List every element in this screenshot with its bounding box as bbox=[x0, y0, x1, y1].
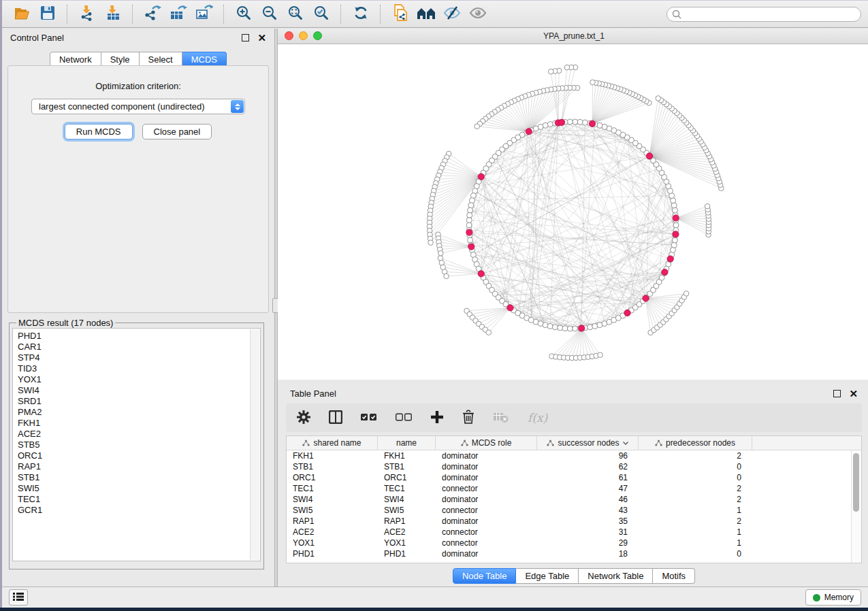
open-file-button[interactable] bbox=[9, 3, 35, 25]
network-node[interactable] bbox=[573, 326, 578, 331]
network-node[interactable] bbox=[466, 218, 472, 223]
close-window-icon[interactable] bbox=[285, 31, 293, 40]
network-node[interactable] bbox=[590, 80, 596, 85]
table-row[interactable]: TEC1TEC1connector472 bbox=[287, 483, 852, 494]
mcds-network-node[interactable] bbox=[667, 256, 673, 262]
network-node[interactable] bbox=[564, 65, 570, 70]
network-node[interactable] bbox=[588, 325, 593, 330]
network-node[interactable] bbox=[597, 122, 602, 128]
column-header[interactable]: name bbox=[378, 436, 436, 450]
network-node[interactable] bbox=[567, 119, 573, 125]
network-window-titlebar[interactable]: YPA_prune.txt_1 bbox=[278, 29, 868, 44]
search-input[interactable] bbox=[666, 7, 861, 22]
network-node[interactable] bbox=[705, 203, 710, 209]
network-node[interactable] bbox=[428, 240, 434, 246]
mcds-network-node[interactable] bbox=[559, 119, 565, 125]
network-node[interactable] bbox=[672, 208, 677, 213]
network-node[interactable] bbox=[475, 124, 480, 129]
mcds-result-item[interactable]: GCR1 bbox=[18, 505, 260, 516]
column-header[interactable]: predecessor nodes bbox=[639, 436, 752, 450]
mcds-list-scrollbar[interactable] bbox=[250, 329, 259, 560]
table-row[interactable]: YOX1YOX1connector291 bbox=[287, 538, 852, 548]
network-node[interactable] bbox=[548, 69, 553, 74]
network-node[interactable] bbox=[547, 122, 553, 127]
close-panel-icon[interactable]: ✕ bbox=[849, 391, 858, 397]
tab-network-table[interactable]: Network Table bbox=[579, 568, 653, 584]
network-node[interactable] bbox=[543, 323, 548, 328]
memory-button[interactable]: Memory bbox=[805, 589, 861, 606]
optimization-criterion-select[interactable]: largest connected component (undirected) bbox=[31, 99, 245, 114]
mcds-network-node[interactable] bbox=[662, 269, 668, 275]
mcds-result-item[interactable]: PHD1 bbox=[18, 331, 260, 342]
mcds-network-node[interactable] bbox=[526, 129, 532, 135]
table-row[interactable]: PHD1PHD1dominator180 bbox=[287, 548, 852, 559]
mcds-network-node[interactable] bbox=[579, 325, 585, 331]
minimize-window-icon[interactable] bbox=[299, 31, 308, 40]
network-node[interactable] bbox=[671, 203, 677, 208]
zoom-fit-button[interactable] bbox=[283, 3, 308, 25]
network-node[interactable] bbox=[598, 352, 603, 358]
network-node[interactable] bbox=[486, 330, 492, 335]
zoom-in-button[interactable] bbox=[231, 3, 257, 25]
import-network-button[interactable] bbox=[74, 3, 100, 25]
network-node[interactable] bbox=[438, 250, 444, 256]
network-node[interactable] bbox=[671, 242, 677, 248]
table-row[interactable]: FKH1FKH1dominator962 bbox=[287, 450, 852, 461]
mcds-result-item[interactable]: ORC1 bbox=[18, 450, 260, 461]
select-all-button[interactable] bbox=[361, 413, 377, 423]
network-node[interactable] bbox=[672, 237, 677, 243]
network-node[interactable] bbox=[468, 237, 473, 243]
first-neighbors-button[interactable] bbox=[413, 3, 439, 25]
mcds-network-node[interactable] bbox=[478, 174, 484, 180]
network-node[interactable] bbox=[466, 222, 472, 228]
network-node[interactable] bbox=[573, 119, 578, 125]
network-node[interactable] bbox=[567, 326, 573, 331]
apply-function-button[interactable]: f(x) bbox=[528, 411, 547, 425]
mcds-network-node[interactable] bbox=[646, 153, 652, 159]
mcds-network-node[interactable] bbox=[466, 229, 472, 235]
network-node[interactable] bbox=[467, 212, 472, 218]
tab-node-table[interactable]: Node Table bbox=[453, 568, 517, 584]
float-panel-icon[interactable] bbox=[833, 390, 841, 397]
mcds-result-item[interactable]: STB5 bbox=[18, 440, 260, 450]
refresh-button[interactable] bbox=[348, 3, 374, 25]
delete-row-button[interactable] bbox=[462, 410, 475, 426]
import-table-button[interactable] bbox=[100, 3, 126, 25]
mcds-network-node[interactable] bbox=[468, 244, 475, 250]
network-node[interactable] bbox=[558, 325, 563, 331]
network-node[interactable] bbox=[547, 323, 553, 329]
table-row[interactable]: SWI4SWI4dominator462 bbox=[287, 494, 852, 505]
show-panels-button[interactable] bbox=[9, 589, 28, 606]
network-node[interactable] bbox=[444, 274, 449, 279]
duplicate-network-button[interactable] bbox=[387, 3, 413, 25]
mcds-result-item[interactable]: SRD1 bbox=[18, 396, 260, 407]
add-row-button[interactable] bbox=[430, 410, 444, 426]
network-canvas[interactable] bbox=[278, 44, 868, 380]
table-row[interactable]: SWI5SWI5connector431 bbox=[287, 505, 852, 516]
mcds-result-item[interactable]: YOX1 bbox=[18, 374, 260, 385]
table-row[interactable]: ORC1ORC1dominator610 bbox=[287, 472, 852, 483]
table-row[interactable]: ACE2ACE2connector311 bbox=[287, 527, 852, 538]
mcds-result-item[interactable]: SWI5 bbox=[18, 483, 260, 494]
float-panel-icon[interactable] bbox=[242, 34, 249, 42]
table-scrollbar[interactable] bbox=[851, 450, 861, 563]
table-row[interactable]: RAP1RAP1dominator352 bbox=[287, 516, 852, 527]
table-row[interactable]: STB1STB1dominator620 bbox=[287, 461, 852, 472]
show-all-button[interactable] bbox=[465, 3, 491, 25]
network-node[interactable] bbox=[673, 222, 679, 228]
mcds-network-node[interactable] bbox=[589, 120, 595, 127]
mcds-result-item[interactable]: PMA2 bbox=[18, 407, 260, 418]
network-node[interactable] bbox=[582, 120, 588, 125]
mcds-result-item[interactable]: TEC1 bbox=[18, 494, 260, 505]
deselect-all-button[interactable] bbox=[396, 413, 412, 423]
export-table-button[interactable] bbox=[165, 3, 191, 25]
tab-motifs[interactable]: Motifs bbox=[653, 568, 695, 584]
mcds-result-item[interactable]: STP4 bbox=[18, 352, 260, 363]
network-node[interactable] bbox=[552, 325, 558, 330]
network-node[interactable] bbox=[577, 119, 583, 125]
mcds-result-item[interactable]: FKH1 bbox=[18, 418, 260, 429]
column-header[interactable]: shared name bbox=[287, 436, 378, 450]
network-node[interactable] bbox=[671, 247, 676, 252]
network-node[interactable] bbox=[469, 198, 475, 203]
export-network-button[interactable] bbox=[140, 3, 165, 25]
